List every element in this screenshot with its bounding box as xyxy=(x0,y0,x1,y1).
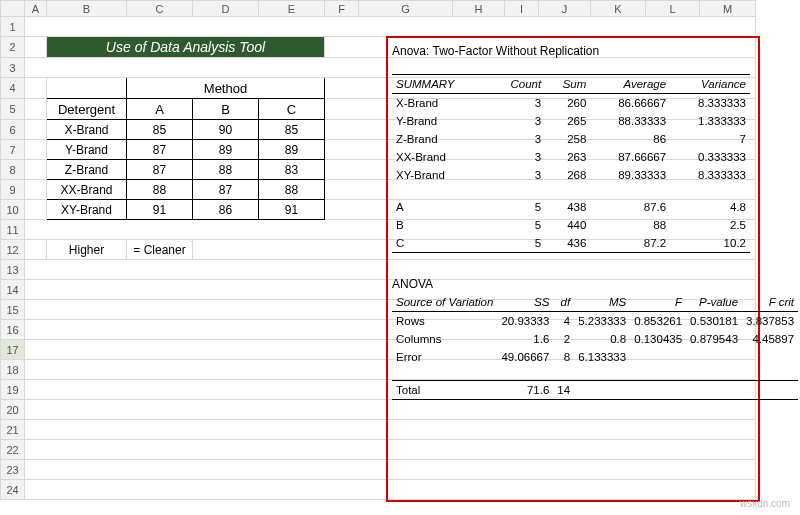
page-title: Use of Data Analysis Tool xyxy=(47,37,325,58)
hdr-count: Count xyxy=(490,75,545,94)
col-C[interactable]: C xyxy=(127,1,193,17)
select-all[interactable] xyxy=(1,1,25,17)
cell[interactable]: 89 xyxy=(193,140,259,160)
watermark: wsxdn.com xyxy=(740,498,790,509)
brand-xx[interactable]: XX-Brand xyxy=(47,180,127,200)
row-14[interactable]: 14 xyxy=(1,280,25,300)
cell[interactable]: 91 xyxy=(127,200,193,220)
col-K[interactable]: K xyxy=(591,1,646,17)
row-3[interactable]: 3 xyxy=(1,58,25,78)
hdr-pvalue: P-value xyxy=(686,293,742,312)
row-19[interactable]: 19 xyxy=(1,380,25,400)
row-4[interactable]: 4 xyxy=(1,78,25,99)
cell[interactable]: 87 xyxy=(127,160,193,180)
row-6[interactable]: 6 xyxy=(1,120,25,140)
cell[interactable]: 87 xyxy=(127,140,193,160)
col-G[interactable]: G xyxy=(359,1,453,17)
hdr-source: Source of Variation xyxy=(392,293,497,312)
cell[interactable]: 88 xyxy=(127,180,193,200)
col-M[interactable]: M xyxy=(700,1,756,17)
row-9[interactable]: 9 xyxy=(1,180,25,200)
col-J[interactable]: J xyxy=(539,1,591,17)
hdr-variance: Variance xyxy=(670,75,750,94)
col-head-A: A xyxy=(127,99,193,120)
row-17[interactable]: 17 xyxy=(1,340,25,360)
brand-xy[interactable]: XY-Brand xyxy=(47,200,127,220)
row-22[interactable]: 22 xyxy=(1,440,25,460)
cell[interactable]: 91 xyxy=(259,200,325,220)
hdr-ss: SS xyxy=(497,293,553,312)
cell[interactable]: 90 xyxy=(193,120,259,140)
hdr-df: df xyxy=(553,293,574,312)
anova-section-label: ANOVA xyxy=(392,277,750,291)
cell[interactable]: 83 xyxy=(259,160,325,180)
row-10[interactable]: 10 xyxy=(1,200,25,220)
col-B[interactable]: B xyxy=(47,1,127,17)
anova-table: Source of Variation SS df MS F P-value F… xyxy=(392,293,798,400)
row-1[interactable]: 1 xyxy=(1,17,25,37)
col-D[interactable]: D xyxy=(193,1,259,17)
col-I[interactable]: I xyxy=(505,1,539,17)
cell[interactable]: 86 xyxy=(193,200,259,220)
row-12[interactable]: 12 xyxy=(1,240,25,260)
row-8[interactable]: 8 xyxy=(1,160,25,180)
row-5[interactable]: 5 xyxy=(1,99,25,120)
row-13[interactable]: 13 xyxy=(1,260,25,280)
hdr-f: F xyxy=(630,293,686,312)
row-11[interactable]: 11 xyxy=(1,220,25,240)
hdr-average: Average xyxy=(590,75,670,94)
row-16[interactable]: 16 xyxy=(1,320,25,340)
summary-table: SUMMARY Count Sum Average Variance X-Bra… xyxy=(392,74,750,253)
cell[interactable]: 85 xyxy=(259,120,325,140)
row-18[interactable]: 18 xyxy=(1,360,25,380)
col-H[interactable]: H xyxy=(453,1,505,17)
row-24[interactable]: 24 xyxy=(1,480,25,500)
brand-z[interactable]: Z-Brand xyxy=(47,160,127,180)
col-L[interactable]: L xyxy=(646,1,700,17)
detergent-header: Detergent xyxy=(47,99,127,120)
row-23[interactable]: 23 xyxy=(1,460,25,480)
cell[interactable]: 85 xyxy=(127,120,193,140)
cell[interactable]: 88 xyxy=(193,160,259,180)
row-21[interactable]: 21 xyxy=(1,420,25,440)
col-head-C: C xyxy=(259,99,325,120)
higher-label: Higher xyxy=(47,240,127,260)
col-F[interactable]: F xyxy=(325,1,359,17)
row-2[interactable]: 2 xyxy=(1,37,25,58)
summary-label: SUMMARY xyxy=(392,75,490,94)
col-head-B: B xyxy=(193,99,259,120)
row-20[interactable]: 20 xyxy=(1,400,25,420)
hdr-sum: Sum xyxy=(545,75,590,94)
cell[interactable]: 87 xyxy=(193,180,259,200)
cleaner-label: = Cleaner xyxy=(127,240,193,260)
anova-title: Anova: Two-Factor Without Replication xyxy=(392,44,750,58)
anova-output: Anova: Two-Factor Without Replication SU… xyxy=(392,44,750,400)
hdr-fcrit: F crit xyxy=(742,293,798,312)
row-7[interactable]: 7 xyxy=(1,140,25,160)
method-header: Method xyxy=(127,78,325,99)
brand-y[interactable]: Y-Brand xyxy=(47,140,127,160)
cell[interactable]: 89 xyxy=(259,140,325,160)
cell[interactable]: 88 xyxy=(259,180,325,200)
row-15[interactable]: 15 xyxy=(1,300,25,320)
brand-x[interactable]: X-Brand xyxy=(47,120,127,140)
hdr-ms: MS xyxy=(574,293,630,312)
col-E[interactable]: E xyxy=(259,1,325,17)
col-A[interactable]: A xyxy=(25,1,47,17)
